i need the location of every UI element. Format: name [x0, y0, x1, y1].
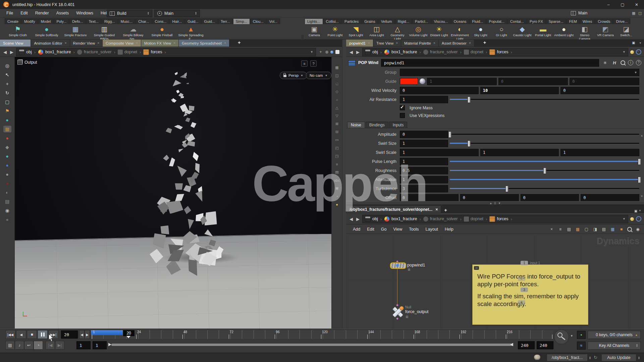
node-force-output[interactable] [391, 306, 404, 318]
new-pane-tab-button[interactable]: + [235, 40, 244, 45]
pin-pane-icon[interactable] [630, 50, 634, 54]
ignore-mass-checkbox[interactable] [400, 105, 405, 110]
breadcrumb[interactable]: obj › box1_fracture › fracture_solver › … [16, 48, 316, 56]
breadcrumb[interactable]: obj › box1_fracture › fracture_solver › … [362, 48, 628, 56]
guide-y-field[interactable]: 0 [498, 78, 568, 85]
node-name-field[interactable]: popwind1 [381, 59, 599, 67]
shelf-tab[interactable]: Pyro FX [527, 18, 546, 24]
ortho-view-icon[interactable]: ⊟ [334, 129, 340, 134]
shelf-tab[interactable]: Rigid... [395, 18, 412, 24]
loop-mode-icon[interactable]: ↩ [24, 341, 34, 350]
swirl-size-field[interactable]: 1 [400, 140, 448, 147]
shelf-tool[interactable]: △ Geometry Light [387, 25, 408, 41]
display-options-list-icon[interactable]: ≡ [334, 162, 340, 167]
wind-velocity-z-field[interactable]: 0 [560, 87, 639, 94]
pane-tab[interactable]: Render View × [70, 40, 103, 47]
new-pane-tab-button[interactable]: + [480, 40, 489, 45]
audio-options-icon[interactable]: ♪ [15, 341, 24, 350]
shelf-tab[interactable]: Hair... [169, 18, 184, 24]
shelf-tab[interactable]: Vol... [267, 18, 280, 24]
target-icon[interactable]: ◉ [3, 207, 11, 214]
viewport-canvas[interactable]: Output ≡ ? Persp▼ No cam▼ [15, 57, 331, 328]
shelf-tab[interactable]: Viscou... [431, 18, 451, 24]
breadcrumb-item[interactable]: obj › [19, 49, 36, 55]
close-tab-icon[interactable]: × [396, 41, 398, 45]
guide-x-field[interactable]: 1 [427, 78, 497, 85]
pin-icon[interactable]: + [318, 49, 323, 55]
folder-tab[interactable]: Bindings [366, 122, 388, 128]
amplitude-field[interactable]: 0 [400, 131, 448, 138]
offset-1-field[interactable]: 0 [400, 194, 459, 201]
use-vexpressions-checkbox[interactable] [400, 113, 405, 118]
group-field[interactable]: ▼ [400, 69, 639, 76]
shelf-tab[interactable]: Guid... [202, 18, 218, 24]
breadcrumb-item[interactable]: box1_fracture › [384, 216, 422, 222]
shelf-tab[interactable]: Poly... [54, 18, 69, 24]
headlight-icon[interactable]: ● [334, 202, 340, 207]
network-menu-item[interactable]: Layout [422, 227, 442, 232]
pane-tab[interactable]: Composite View × [103, 40, 141, 47]
chevron-down-icon[interactable]: ▼ [310, 50, 313, 54]
wind-velocity-y-field[interactable]: 10 [480, 87, 559, 94]
real-time-toggle-icon[interactable]: ◔ [34, 341, 43, 350]
breadcrumb-item[interactable]: forces › [489, 216, 513, 222]
shelf-tab[interactable]: Sparse... [546, 18, 566, 24]
output-flag-icon[interactable] [399, 306, 404, 310]
amplitude-slider[interactable] [450, 131, 639, 138]
right-desktop-selector[interactable]: Main [568, 10, 606, 16]
menu-item[interactable]: Edit [17, 11, 32, 15]
camera-select-button[interactable]: No cam▼ [306, 72, 331, 79]
wireframe-icon[interactable]: ◇ [334, 89, 340, 94]
shelf-tool[interactable]: ◫ Area Light [366, 25, 387, 41]
offset-4-field[interactable]: 0 [581, 194, 639, 201]
network-menu-item[interactable]: Go [378, 227, 390, 232]
breadcrumb-item[interactable]: obj › [365, 216, 382, 222]
shelf-tab[interactable]: Cons... [152, 18, 169, 24]
pane-tab[interactable]: Geometry Spreadsheet × [179, 40, 229, 47]
pane-maximize-icon[interactable]: ▣ [633, 209, 639, 213]
search-icon[interactable] [621, 60, 625, 65]
pane-maximize-icon[interactable]: ▣ [632, 41, 635, 45]
close-tab-icon[interactable]: × [433, 41, 435, 45]
network-menu-item[interactable]: Edit [364, 227, 378, 232]
close-button[interactable]: ✕ [632, 2, 641, 7]
snapshot-icon[interactable] [335, 50, 339, 54]
display-node-icon[interactable]: ◨ [592, 226, 598, 232]
air-resistance-slider[interactable] [450, 96, 639, 103]
prev-keyframe-button[interactable]: |◀ [46, 341, 55, 350]
display-options-icon[interactable]: ≡ [301, 60, 308, 67]
node-popwind1[interactable] [390, 262, 406, 269]
shelf-tool[interactable]: ☁ Simple Billowy Sm... [119, 25, 148, 41]
folder-tab[interactable]: Noise [347, 122, 365, 128]
sticky-note[interactable]: – Wire POP Forces into force_output to a… [472, 264, 588, 325]
frame-view-icon[interactable]: □ [334, 81, 340, 86]
stop-button[interactable]: ■ [27, 330, 37, 339]
follow-network-icon[interactable] [636, 216, 641, 222]
color-picker-icon[interactable] [420, 78, 425, 84]
shelf-tool[interactable]: ◧ Stereo Camera [574, 25, 595, 41]
breadcrumb-item[interactable]: dopnet › [464, 50, 488, 55]
breadcrumb-item[interactable]: fracture_solver › [77, 50, 116, 55]
viewport-help-icon[interactable]: ? [310, 60, 317, 67]
shelf-tab[interactable]: Create [5, 18, 21, 24]
select-mask-icon[interactable]: ▣ [334, 186, 340, 191]
shelf-tool[interactable]: ◩ VR Camera [595, 25, 616, 41]
grid-toggle-icon[interactable]: ▦ [334, 65, 340, 70]
network-canvas[interactable]: Dynamics popwind1 Null force_output – Wi… [346, 234, 644, 328]
view-tool-icon[interactable]: ◎ [3, 62, 11, 69]
guide-color-swatch[interactable] [400, 78, 418, 84]
pane-menu-icon[interactable]: ▼ [639, 209, 644, 213]
minimize-button[interactable]: – [604, 2, 613, 7]
info-icon[interactable]: i [628, 60, 633, 65]
netbox-icon[interactable]: ■ [619, 226, 624, 232]
notes-icon[interactable]: ▤ [601, 226, 607, 232]
visualizer-icon[interactable]: ▤ [334, 170, 340, 175]
frame-range-slider[interactable] [111, 344, 513, 346]
view-selector[interactable]: Main ▲▼ [154, 10, 200, 17]
layout-split-icon[interactable]: ◫ [638, 11, 642, 15]
grid-snap-icon[interactable]: ▢ [584, 226, 589, 232]
shelf-tab[interactable]: Vellum [378, 18, 395, 24]
shelf-tool[interactable]: ✳ Point Light [325, 25, 345, 41]
shelf-tool[interactable]: ▥ Simple Guided RBDs [90, 25, 119, 41]
shelf-tab[interactable]: Model [38, 18, 53, 24]
